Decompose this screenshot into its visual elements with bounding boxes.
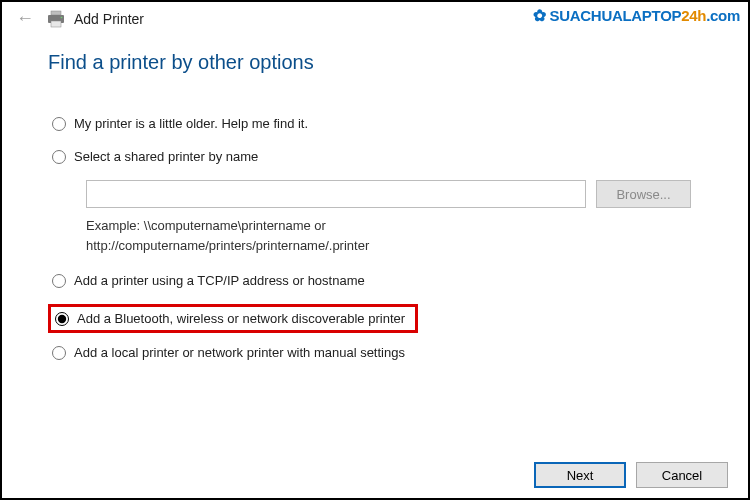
radio-tcpip[interactable] [52, 274, 66, 288]
option-local-printer[interactable]: Add a local printer or network printer w… [48, 343, 712, 362]
shared-printer-section: Browse... Example: \\computername\printe… [86, 180, 712, 255]
option-label: Add a Bluetooth, wireless or network dis… [77, 311, 405, 326]
option-tcpip[interactable]: Add a printer using a TCP/IP address or … [48, 271, 712, 290]
svg-rect-2 [51, 21, 61, 27]
option-shared-printer[interactable]: Select a shared printer by name [48, 147, 712, 166]
gear-icon: ✿ [533, 6, 546, 25]
option-older-printer[interactable]: My printer is a little older. Help me fi… [48, 114, 712, 133]
footer-buttons: Next Cancel [534, 462, 728, 488]
printer-icon [46, 10, 66, 28]
back-arrow-icon[interactable]: ← [12, 8, 38, 29]
shared-printer-input[interactable] [86, 180, 586, 208]
radio-shared-printer[interactable] [52, 150, 66, 164]
option-label: Select a shared printer by name [74, 149, 258, 164]
radio-bluetooth[interactable] [55, 312, 69, 326]
option-label: Add a printer using a TCP/IP address or … [74, 273, 365, 288]
page-heading: Find a printer by other options [48, 51, 712, 74]
next-button[interactable]: Next [534, 462, 626, 488]
example-text: Example: \\computername\printername or h… [86, 216, 712, 255]
svg-rect-0 [51, 11, 61, 15]
option-label: My printer is a little older. Help me fi… [74, 116, 308, 131]
option-bluetooth[interactable]: Add a Bluetooth, wireless or network dis… [48, 304, 418, 333]
radio-local-printer[interactable] [52, 346, 66, 360]
option-label: Add a local printer or network printer w… [74, 345, 405, 360]
cancel-button[interactable]: Cancel [636, 462, 728, 488]
content-area: Find a printer by other options My print… [2, 33, 748, 362]
watermark-logo: ✿ SUACHUALAPTOP24h.com [533, 6, 740, 25]
svg-point-3 [61, 16, 63, 18]
radio-older-printer[interactable] [52, 117, 66, 131]
browse-button: Browse... [596, 180, 691, 208]
window-title: Add Printer [74, 11, 144, 27]
